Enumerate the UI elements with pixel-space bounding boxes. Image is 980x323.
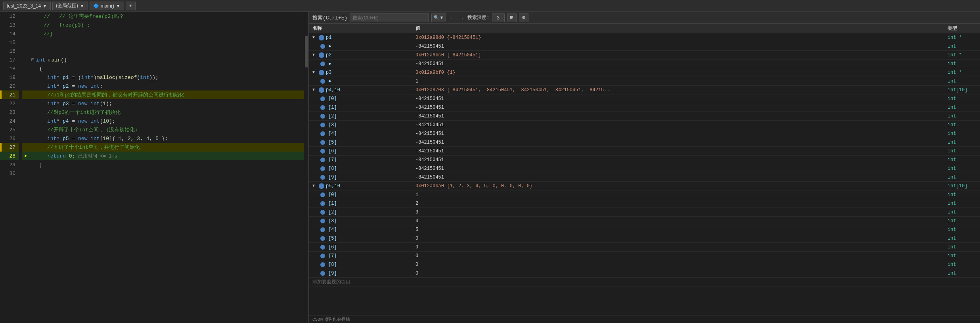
code-lines[interactable]: // // 这里需要free(p2)吗？ // free(p3) ; //} ⊟ [30,12,304,323]
watch-row-p1[interactable]: ▼ p1 0x012a98d0 {-842150451} int * [309,33,980,42]
ind-19 [22,73,30,82]
watch-value-p4-4: -842150451 [412,131,944,137]
expand-p1[interactable]: ▼ [312,35,317,40]
watch-row-p5-4[interactable]: [4] 5 int [309,225,980,234]
code-line-29: } [30,160,304,169]
ind-23 [22,108,30,117]
line-num-15: 15 [0,38,19,47]
watch-value-p4-9: -842150451 [412,175,944,180]
line-num-26: 26 [0,134,19,143]
expand-p2[interactable]: ▼ [312,53,317,57]
editor-scrollbar[interactable] [304,12,308,323]
watch-name-p4: ▼ p4,10 [309,87,412,93]
watch-row-p5-1[interactable]: [1] 2 int [309,199,980,208]
bottom-watermark: CSDN @狗也会挣钱 [309,315,980,323]
watch-name-p2: ▼ p2 [309,52,412,58]
watch-row-p4-1[interactable]: [1] -842150451 int [309,103,980,112]
watch-name-p2-deref: ● [309,61,412,67]
watch-value-p4-5: -842150451 [412,140,944,145]
ind-12 [22,12,30,21]
watch-row-p1-deref[interactable]: ● -842150451 int [309,42,980,51]
watch-row-p2[interactable]: ▼ p2 0x012a9bc0 {-842150451} int * [309,51,980,60]
ind-13 [22,21,30,29]
watch-type-p4-9: int [944,175,980,180]
depth-input[interactable] [492,13,505,22]
expand-p3[interactable]: ▼ [312,70,317,75]
filter-button[interactable]: ⊞ [507,13,517,22]
nav-prev-button[interactable]: ← [448,14,456,22]
watch-type-p5-3: int [944,218,980,224]
watch-value-p5-7: 0 [412,253,944,259]
watch-row-p4-7[interactable]: [7] -842150451 int [309,156,980,164]
func-icon: 🔷 [93,3,99,9]
ind-15 [22,38,30,47]
watch-name-p5-2: [2] [309,210,412,215]
watch-name-p5-9: [9] [309,271,412,276]
watch-value-p5-8: 0 [412,262,944,267]
settings-button[interactable]: ⚙ [519,13,528,22]
watch-row-p4-0[interactable]: [0] -842150451 int [309,94,980,103]
search-input[interactable] [350,13,429,22]
watch-type-p3-deref: int [944,79,980,84]
watch-type-p5-9: int [944,271,980,276]
p5-6-icon [320,245,325,250]
watch-row-p5-3[interactable]: [3] 4 int [309,217,980,225]
watch-row-p4[interactable]: ▼ p4,10 0x012a9708 {-842150451, -8421504… [309,86,980,94]
watch-value-p5-3: 4 [412,218,944,224]
nav-next-button[interactable]: → [457,14,465,22]
watch-name-p5-5: [5] [309,236,412,241]
watch-type-p4-3: int [944,122,980,128]
watch-value-p4-2: -842150451 [412,113,944,119]
code-line-20: int * p2 = new int ; [30,82,304,90]
ind-22 [22,99,30,108]
line-num-16: 16 [0,47,19,56]
editor-scroll-thumb[interactable] [305,36,308,67]
ind-21 [22,90,30,99]
p4-8-icon [320,166,325,171]
p5-5-icon [320,236,325,241]
watch-row-p4-6[interactable]: [6] -842150451 int [309,147,980,156]
watch-value-p5-4: 5 [412,227,944,233]
watch-row-p3-deref[interactable]: ● 1 int [309,77,980,86]
watch-row-p3[interactable]: ▼ p3 0x012a9bf0 {1} int * [309,68,980,77]
watch-row-p5-7[interactable]: [7] 0 int [309,252,980,260]
watch-table[interactable]: ▼ p1 0x012a98d0 {-842150451} int * ● -84… [309,33,980,315]
col-name-header: 名称 [309,25,412,32]
watch-row-p4-4[interactable]: [4] -842150451 int [309,129,980,138]
watch-row-p5-8[interactable]: [8] 0 int [309,260,980,269]
expand-p5[interactable]: ▼ [312,184,317,188]
watch-row-p5-0[interactable]: [0] 1 int [309,190,980,199]
ind-14 [22,29,30,38]
watch-type-p2-deref: int [944,61,980,67]
watch-add-row[interactable]: 添加要监视的项目 [309,278,980,286]
watch-type-p5-2: int [944,210,980,215]
watch-row-p5-6[interactable]: [6] 0 int [309,243,980,252]
watch-type-p5-8: int [944,262,980,267]
line-num-17: 17 [0,56,19,64]
watch-row-p5[interactable]: ▼ p5,10 0x012adba0 {1, 2, 3, 4, 5, 0, 0,… [309,182,980,190]
watch-row-p5-2[interactable]: [2] 3 int [309,208,980,217]
watch-row-p4-5[interactable]: [5] -842150451 int [309,138,980,147]
scope-dropdown[interactable]: (全局范围) ▼ [52,2,88,10]
watch-row-p4-3[interactable]: [3] -842150451 int [309,121,980,129]
top-bar: test_2023_3_14 ▼ (全局范围) ▼ 🔷 main() ▼ + [0,0,980,12]
watch-row-p4-8[interactable]: [8] -842150451 int [309,164,980,173]
search-button[interactable]: 🔍▼ [431,13,446,22]
ind-17 [22,56,30,64]
watch-row-p4-2[interactable]: [2] -842150451 int [309,112,980,121]
p5-icon [319,183,324,189]
expand-p4[interactable]: ▼ [312,88,317,92]
watch-row-p4-9[interactable]: [9] -842150451 int [309,173,980,182]
watch-type-p5-4: int [944,227,980,233]
indicator-column: ➤ [22,12,30,323]
file-dropdown[interactable]: test_2023_3_14 ▼ [3,2,51,10]
watch-name-p4-4: [4] [309,131,412,137]
code-line-24: int * p4 = new int [ 10 ]; [30,117,304,125]
add-watch-button[interactable]: + [126,2,136,10]
function-dropdown[interactable]: 🔷 main() ▼ [90,2,124,10]
watch-row-p2-deref[interactable]: ● -842150451 int [309,60,980,68]
watch-name-p5-6: [6] [309,244,412,250]
watch-row-p5-5[interactable]: [5] 0 int [309,234,980,243]
watch-type-p5-0: int [944,192,980,198]
watch-row-p5-9[interactable]: [9] 0 int [309,269,980,278]
